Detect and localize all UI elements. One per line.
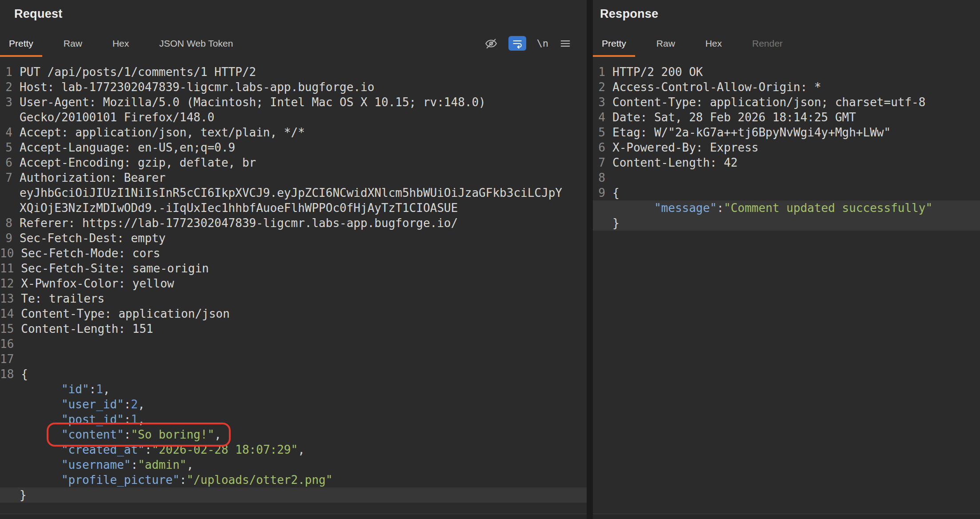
code-line: 8Referer: https://lab-1772302047839-ligc… [0,216,587,231]
tab-render[interactable]: Render [743,30,792,57]
code-text: X-Pwnfox-Color: yellow [14,276,174,291]
line-number [0,472,12,487]
line-number [0,200,12,216]
line-number: 9 [593,185,605,200]
code-line: 7Content-Length: 42 [593,155,980,170]
line-number: 1 [593,64,605,80]
code-line: 10Sec-Fetch-Mode: cors [0,246,587,261]
code-line: 5Accept-Language: en-US,en;q=0.9 [0,140,587,155]
tab-hex[interactable]: Hex [104,30,138,57]
code-text: X-Powered-By: Express [605,140,759,155]
tab-pretty[interactable]: Pretty [593,30,635,57]
line-number: 5 [0,140,12,155]
code-text: } [605,216,620,231]
line-number: 1 [0,64,12,80]
response-tabbar: PrettyRawHexRender [593,30,980,57]
line-number: 17 [0,351,14,367]
line-number: 5 [593,125,605,140]
code-text: "profile_picture":"/uploads/otter2.png" [12,472,332,487]
line-number [0,185,12,200]
line-number [593,216,605,231]
line-number: 13 [0,291,14,306]
code-line: 17 [0,351,587,367]
code-line: XQiOjE3NzIzMDIwODd9.-iIqUxIec1hhbfAuoeFl… [0,200,587,216]
code-line: "post_id":1, [0,412,587,427]
line-number [0,397,12,412]
tab-hex[interactable]: Hex [696,30,731,57]
line-number [593,200,605,216]
code-line: 4Date: Sat, 28 Feb 2026 18:14:25 GMT [593,110,980,125]
code-text: Accept-Encoding: gzip, deflate, br [12,155,256,170]
code-line: 14Content-Type: application/json [0,306,587,321]
line-number [0,382,12,397]
editor-menu-icon[interactable] [559,37,572,50]
line-number: 6 [0,155,12,170]
request-panel: Request PrettyRawHexJSON Web Token [0,0,587,519]
response-panel-title: Response [593,0,980,30]
code-line: 15Content-Length: 151 [0,321,587,336]
code-text: Sec-Fetch-Dest: empty [12,231,166,246]
code-line: "message":"Comment updated successfully" [593,200,980,216]
tab-pretty[interactable]: Pretty [0,30,42,57]
panel-split-handle[interactable] [587,0,593,519]
code-line: "created_at":"2026-02-28 18:07:29", [0,442,587,457]
tab-raw[interactable]: Raw [648,30,684,57]
line-number: 7 [0,170,12,185]
code-text: Content-Length: 42 [605,155,738,170]
code-text: Sec-Fetch-Mode: cors [14,246,160,261]
code-text: Gecko/20100101 Firefox/148.0 [12,110,214,125]
code-text: eyJhbGciOiJIUzI1NiIsInR5cCI6IkpXVCJ9.eyJ… [12,185,562,200]
tab-raw[interactable]: Raw [55,30,91,57]
code-line: 9Sec-Fetch-Dest: empty [0,231,587,246]
response-editor[interactable]: 1HTTP/2 200 OK2Access-Control-Allow-Orig… [593,64,980,231]
show-newlines-toggle[interactable]: \n [537,38,549,49]
line-number [0,442,12,457]
code-text: Te: trailers [14,291,104,306]
code-line: } [0,487,587,503]
code-text [14,336,21,351]
code-line: 8 [593,170,980,185]
line-number: 7 [593,155,605,170]
request-editor[interactable]: 1PUT /api/posts/1/comments/1 HTTP/22Host… [0,64,587,503]
code-line: 6Accept-Encoding: gzip, deflate, br [0,155,587,170]
code-text: Host: lab-1772302047839-ligcmr.labs-app.… [12,80,374,95]
line-number: 4 [0,125,12,140]
code-line: eyJhbGciOiJIUzI1NiIsInR5cCI6IkpXVCJ9.eyJ… [0,185,587,200]
line-number: 2 [593,80,605,95]
code-text: "created_at":"2026-02-28 18:07:29", [12,442,305,457]
code-text: Accept: application/json, text/plain, */… [12,125,305,140]
code-line: "user_id":2, [0,397,587,412]
code-line: 4Accept: application/json, text/plain, *… [0,125,587,140]
soft-wrap-toggle-icon[interactable] [508,36,526,51]
code-text: } [12,487,27,503]
line-number [0,427,12,442]
line-number: 8 [0,216,12,231]
code-line: 2Host: lab-1772302047839-ligcmr.labs-app… [0,80,587,95]
code-line: "id":1, [0,382,587,397]
code-line: 1PUT /api/posts/1/comments/1 HTTP/2 [0,64,587,80]
code-line: "profile_picture":"/uploads/otter2.png" [0,472,587,487]
line-number: 4 [593,110,605,125]
code-text: XQiOjE3NzIzMDIwODd9.-iIqUxIec1hhbfAuoeFl… [12,200,458,216]
code-text: "content":"So boring!", [12,427,221,442]
request-panel-title: Request [0,0,587,30]
code-text [605,170,612,185]
code-line: 5Etag: W/"2a-kG7a++tj6BpyNvWgi4y+Mgh+LWw… [593,125,980,140]
request-tabbar: PrettyRawHexJSON Web Token [0,30,587,57]
tab-json-web-token[interactable]: JSON Web Token [150,30,242,57]
line-number: 12 [0,276,14,291]
line-number [0,457,12,472]
code-text: "user_id":2, [12,397,145,412]
line-number [0,487,12,503]
code-text: "id":1, [12,382,110,397]
code-text [14,351,21,367]
line-number: 8 [593,170,605,185]
code-text: Accept-Language: en-US,en;q=0.9 [12,140,235,155]
code-text: "post_id":1, [12,412,145,427]
code-line: 2Access-Control-Allow-Origin: * [593,80,980,95]
code-line: Gecko/20100101 Firefox/148.0 [0,110,587,125]
line-number [0,110,12,125]
line-number: 16 [0,336,14,351]
hide-nonprintable-eye-slash-icon[interactable] [484,37,498,50]
line-number: 9 [0,231,12,246]
